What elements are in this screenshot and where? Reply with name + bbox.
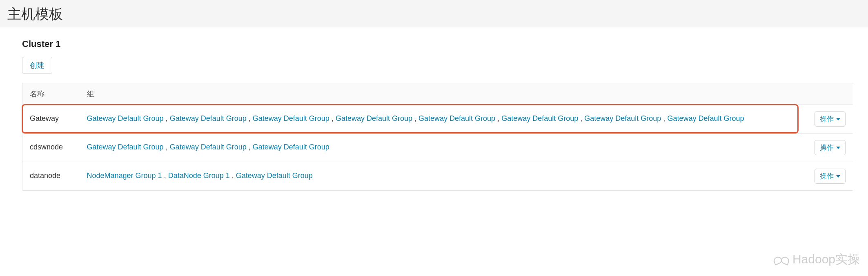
cluster-name: Cluster 1 [22,39,853,49]
separator: , [495,114,501,122]
table-row: cdswnodeGateway Default Group , Gateway … [22,134,853,162]
row-name: cdswnode [22,134,80,162]
col-header-name: 名称 [22,83,80,105]
create-button[interactable]: 创建 [22,57,52,74]
separator: , [329,114,336,122]
group-link[interactable]: DataNode Group 1 [168,171,230,180]
separator: , [230,171,236,180]
table-row: datanodeNodeManager Group 1 , DataNode G… [22,162,853,191]
chevron-down-icon [836,118,840,120]
chevron-down-icon [836,175,840,178]
col-header-group: 组 [80,83,804,105]
row-action-cell: 操作 [804,105,853,134]
chevron-down-icon [836,147,840,149]
table-header-row: 名称 组 [22,83,853,105]
row-groups: Gateway Default Group , Gateway Default … [80,134,804,162]
group-link[interactable]: Gateway Default Group [87,143,164,151]
row-groups: Gateway Default Group , Gateway Default … [80,105,804,134]
separator: , [578,114,584,122]
separator: , [164,114,170,122]
row-action-cell: 操作 [804,162,853,191]
group-link[interactable]: Gateway Default Group [253,114,329,122]
group-link[interactable]: Gateway Default Group [170,143,247,151]
separator: , [162,171,168,180]
action-button-label: 操作 [820,171,834,181]
group-link[interactable]: Gateway Default Group [336,114,412,122]
group-link[interactable]: NodeManager Group 1 [87,171,162,180]
action-button[interactable]: 操作 [815,140,846,155]
action-button[interactable]: 操作 [815,111,846,127]
action-button-label: 操作 [820,114,834,124]
group-link[interactable]: Gateway Default Group [667,114,744,122]
group-link[interactable]: Gateway Default Group [418,114,495,122]
separator: , [412,114,418,122]
row-name: datanode [22,162,80,191]
page-title: 主机模板 [7,5,861,24]
separator: , [164,143,170,151]
group-link[interactable]: Gateway Default Group [584,114,661,122]
group-link[interactable]: Gateway Default Group [236,171,313,180]
table-row: GatewayGateway Default Group , Gateway D… [22,105,853,134]
create-button-label: 创建 [30,61,45,69]
separator: , [247,143,253,151]
templates-table: 名称 组 GatewayGateway Default Group , Gate… [22,83,853,191]
group-link[interactable]: Gateway Default Group [253,143,329,151]
row-name: Gateway [22,105,80,134]
col-header-action [804,83,853,105]
row-action-cell: 操作 [804,134,853,162]
action-button-label: 操作 [820,143,834,152]
group-link[interactable]: Gateway Default Group [170,114,247,122]
group-link[interactable]: Gateway Default Group [501,114,578,122]
group-link[interactable]: Gateway Default Group [87,114,164,122]
separator: , [247,114,253,122]
action-button[interactable]: 操作 [815,169,846,184]
separator: , [661,114,667,122]
row-groups: NodeManager Group 1 , DataNode Group 1 ,… [80,162,804,191]
page-header: 主机模板 [0,0,868,27]
content: Cluster 1 创建 名称 组 GatewayGateway Default… [0,27,868,196]
